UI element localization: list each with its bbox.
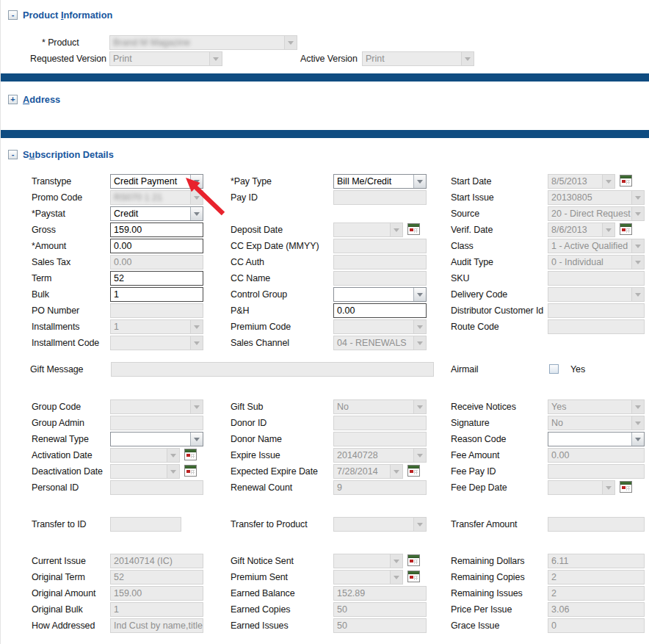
chevron-down-icon <box>417 523 423 527</box>
label-term: Term <box>32 273 51 283</box>
field-control-group-value <box>334 288 413 301</box>
signature-dropdown-button <box>631 416 644 430</box>
label-sales-channel: Sales Channel <box>231 338 289 348</box>
chevron-down-icon <box>635 261 641 264</box>
fee-dep-date-calendar-button[interactable] <box>620 481 634 494</box>
chevron-down-icon <box>170 454 176 457</box>
field-renewal-count: 9 <box>333 480 427 495</box>
label-control-group: Control Group <box>231 289 287 300</box>
chevron-down-icon <box>635 405 641 409</box>
field-active-version: Print <box>362 51 474 66</box>
start-issue-dropdown-button <box>631 191 644 204</box>
label-how-addressed: How Addressed <box>32 621 95 631</box>
field-row: Transfer to IDTransfer to ProductTransfe… <box>1 517 649 533</box>
field-installment-code <box>110 336 203 350</box>
calendar-icon <box>620 481 632 493</box>
field-control-group[interactable] <box>333 287 427 302</box>
label-delivery-code: Delivery Code <box>451 289 507 300</box>
field-amount[interactable]: 0.00 <box>110 239 203 253</box>
label-signature: Signature <box>451 418 490 428</box>
label-original-amount: Original Amount <box>32 588 95 598</box>
expected-expire-date-dropdown-button <box>390 465 402 478</box>
installment-code-dropdown-button <box>190 336 203 350</box>
deactivation-date-dropdown-button <box>167 465 179 478</box>
field-row: Sales Tax0.00CC AuthAudit Type0 - Indivi… <box>1 255 649 271</box>
chevron-down-icon <box>606 180 612 184</box>
transfer-to-product-dropdown-button <box>413 518 426 531</box>
audit-type-dropdown-button <box>631 256 644 269</box>
verif-date-calendar-button[interactable] <box>620 223 634 236</box>
address-expand-button[interactable]: + <box>8 95 18 104</box>
label-airmail: Airmail <box>451 364 479 375</box>
label-donor-name: Donor Name <box>231 434 282 444</box>
start-date-calendar-button[interactable] <box>620 175 634 188</box>
label-bulk: Bulk <box>32 289 49 300</box>
product-information-collapse-button[interactable]: - <box>8 10 18 20</box>
field-gift-notice-sent-value <box>334 554 390 568</box>
sales-channel-dropdown-button <box>413 336 426 350</box>
airmail-checkbox[interactable] <box>549 364 559 374</box>
field-term[interactable]: 52 <box>110 271 203 286</box>
field-installment-code-value <box>111 336 190 350</box>
chevron-down-icon <box>194 438 200 441</box>
group-code-dropdown-button <box>190 400 203 413</box>
label-amount: *Amount <box>32 241 66 251</box>
label-earned-balance: Earned Balance <box>231 588 295 598</box>
field-p-h[interactable]: 0.00 <box>333 303 427 318</box>
field-gift-sub-value: No <box>334 400 413 413</box>
label-gift-sub: Gift Sub <box>231 402 263 412</box>
control-group-dropdown-button[interactable] <box>413 288 426 301</box>
deactivation-date-calendar-button[interactable] <box>184 465 198 478</box>
chevron-down-icon <box>394 228 399 232</box>
field-activation-date-value <box>111 449 167 462</box>
field-bulk-value: 1 <box>111 288 203 301</box>
gift-notice-sent-calendar-button[interactable] <box>407 554 421 568</box>
field-renewal-type[interactable] <box>110 432 203 446</box>
field-bulk[interactable]: 1 <box>110 287 203 302</box>
active-version-dropdown-button <box>461 52 474 65</box>
installments-dropdown-button <box>190 320 203 333</box>
label-product: * Product <box>42 37 79 48</box>
renewal-type-dropdown-button[interactable] <box>190 433 203 446</box>
label-sku: SKU <box>451 273 469 283</box>
subscription-details-collapse-button[interactable]: - <box>8 150 18 159</box>
field-installments: 1 <box>110 319 203 334</box>
field-transfer-to-id <box>110 517 181 532</box>
chevron-down-icon <box>635 196 641 200</box>
label-deactivation-date: Deactivation Date <box>32 466 103 477</box>
activation-date-calendar-button[interactable] <box>184 449 198 462</box>
calendar-icon <box>620 223 632 235</box>
product-information-title: Product Information <box>23 10 112 21</box>
label-transtype: Transtype <box>32 176 71 187</box>
pay-type-dropdown-button[interactable] <box>413 175 426 188</box>
field-expire-issue-value: 20140728 <box>334 449 413 462</box>
chevron-down-icon <box>213 57 219 61</box>
premium-sent-calendar-button[interactable] <box>407 571 421 584</box>
field-gross-value: 159.00 <box>111 223 203 236</box>
chevron-down-icon <box>417 325 423 329</box>
field-row: Group AdminDonor IDSignatureNo <box>1 416 649 432</box>
label-remaining-dollars: Remaining Dollars <box>451 556 524 566</box>
field-donor-id <box>333 416 427 430</box>
chevron-down-icon <box>606 486 612 490</box>
label-expire-issue: Expire Issue <box>231 450 280 460</box>
field-verif-date: 8/6/2013 <box>548 222 615 237</box>
field-gross[interactable]: 159.00 <box>110 222 203 237</box>
expected-expire-date-calendar-button[interactable] <box>407 465 421 478</box>
reason-code-dropdown-button[interactable] <box>631 433 644 446</box>
deposit-date-calendar-button[interactable] <box>407 223 421 236</box>
label-fee-amount: Fee Amount <box>451 450 499 460</box>
field-installments-value: 1 <box>111 320 190 333</box>
field-price-per-issue-value: 3.06 <box>548 603 644 616</box>
field-premium-code-value <box>334 320 413 333</box>
field-grace-issue-value: 0 <box>548 619 644 632</box>
field-earned-issues: 50 <box>333 618 427 633</box>
title-text: Product <box>23 10 61 21</box>
field-reason-code[interactable] <box>548 432 645 446</box>
chevron-down-icon <box>170 470 176 474</box>
field-pay-type[interactable]: Bill Me/Credit <box>333 174 427 189</box>
field-row: Deactivation DateExpected Expire Date7/2… <box>1 464 649 480</box>
calendar-icon <box>407 571 420 582</box>
chevron-down-icon <box>606 228 612 232</box>
calendar-icon <box>184 465 197 477</box>
